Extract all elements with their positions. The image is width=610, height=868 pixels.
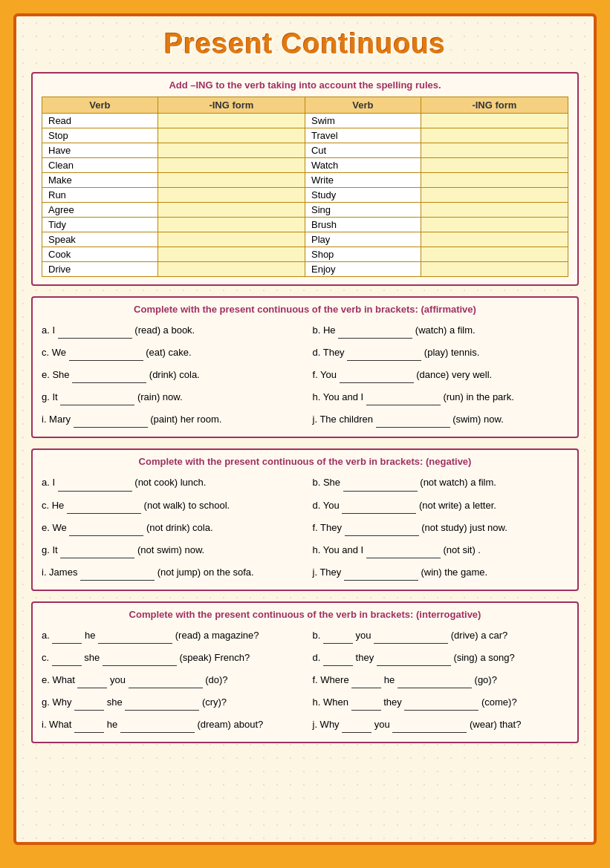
right-ing-cell[interactable] bbox=[421, 262, 568, 277]
left-ing-cell[interactable] bbox=[158, 128, 305, 143]
right-ing-cell[interactable] bbox=[421, 143, 568, 158]
blank[interactable] bbox=[374, 633, 448, 644]
blank-sm[interactable] bbox=[323, 656, 353, 666]
left-verb: Have bbox=[42, 143, 158, 158]
blank[interactable] bbox=[120, 722, 195, 733]
right-verb: Brush bbox=[305, 218, 421, 232]
list-item: a. I (read) a book. bbox=[42, 321, 298, 340]
list-item: e. We (not drink) cola. bbox=[42, 518, 298, 538]
blank-sm[interactable] bbox=[52, 633, 82, 644]
blank-sm[interactable] bbox=[52, 656, 82, 666]
list-item: b. He (watch) a film. bbox=[313, 321, 569, 340]
right-ing-cell[interactable] bbox=[421, 173, 568, 188]
blank[interactable] bbox=[342, 503, 416, 514]
blank-sm[interactable] bbox=[323, 633, 353, 644]
blank[interactable] bbox=[58, 328, 132, 339]
blank-sm[interactable] bbox=[342, 722, 371, 733]
blank[interactable] bbox=[103, 656, 177, 666]
right-ing-cell[interactable] bbox=[421, 114, 568, 128]
blank[interactable] bbox=[338, 328, 412, 339]
blank[interactable] bbox=[80, 570, 155, 581]
blank[interactable] bbox=[347, 350, 421, 361]
right-verb: Enjoy bbox=[305, 262, 421, 277]
right-ing-cell[interactable] bbox=[421, 247, 568, 262]
page-title: Present Continuous bbox=[31, 28, 579, 60]
list-item: f. They (not study) just now. bbox=[313, 518, 569, 538]
table-row: Agree Sing bbox=[42, 203, 568, 218]
blank[interactable] bbox=[69, 350, 143, 361]
table-row: Stop Travel bbox=[42, 128, 568, 143]
blank[interactable] bbox=[376, 417, 450, 428]
blank[interactable] bbox=[58, 481, 132, 492]
table-row: Speak Play bbox=[42, 232, 568, 247]
table-row: Drive Enjoy bbox=[42, 262, 568, 277]
left-ing-cell[interactable] bbox=[158, 262, 305, 277]
right-verb: Swim bbox=[305, 114, 421, 128]
list-item: i. What he (dream) about? bbox=[42, 715, 298, 734]
list-item: h. When they (come)? bbox=[313, 693, 569, 712]
right-ing-cell[interactable] bbox=[421, 158, 568, 173]
section4-title: Complete with the present continuous of … bbox=[42, 609, 568, 620]
right-verb: Write bbox=[305, 173, 421, 188]
blank[interactable] bbox=[60, 548, 134, 558]
list-item: i. James (not jump) on the sofa. bbox=[42, 563, 298, 582]
list-item: a. he (read) a magazine? bbox=[42, 626, 298, 645]
left-ing-cell[interactable] bbox=[158, 173, 305, 188]
blank[interactable] bbox=[366, 548, 441, 558]
blank[interactable] bbox=[60, 395, 134, 405]
right-verb: Shop bbox=[305, 247, 421, 262]
right-verb: Study bbox=[305, 188, 421, 203]
blank[interactable] bbox=[129, 678, 203, 688]
blank-sm[interactable] bbox=[77, 678, 107, 688]
blank[interactable] bbox=[392, 722, 467, 733]
blank[interactable] bbox=[377, 656, 451, 666]
section-interrogative: Complete with the present continuous of … bbox=[31, 601, 579, 743]
left-ing-cell[interactable] bbox=[158, 114, 305, 128]
list-item: e. What you (do)? bbox=[42, 670, 298, 690]
right-ing-cell[interactable] bbox=[421, 128, 568, 143]
right-ing-cell[interactable] bbox=[421, 232, 568, 247]
blank[interactable] bbox=[343, 481, 418, 492]
blank[interactable] bbox=[340, 373, 414, 383]
right-ing-cell[interactable] bbox=[421, 203, 568, 218]
list-item: h. You and I (run) in the park. bbox=[313, 388, 569, 407]
blank[interactable] bbox=[74, 417, 148, 428]
blank[interactable] bbox=[125, 700, 199, 711]
blank-sm[interactable] bbox=[74, 722, 104, 733]
blank-sm[interactable] bbox=[351, 700, 381, 711]
table-row: Have Cut bbox=[42, 143, 568, 158]
right-ing-cell[interactable] bbox=[421, 218, 568, 232]
page-container: Present Continuous Add –ING to the verb … bbox=[13, 13, 597, 845]
blank[interactable] bbox=[366, 395, 441, 405]
left-verb: Make bbox=[42, 173, 158, 188]
blank[interactable] bbox=[344, 570, 418, 581]
blank[interactable] bbox=[398, 678, 472, 688]
left-ing-cell[interactable] bbox=[158, 232, 305, 247]
list-item: f. You (dance) very well. bbox=[313, 365, 569, 385]
blank-sm[interactable] bbox=[74, 700, 104, 711]
blank-sm[interactable] bbox=[351, 678, 381, 688]
list-item: b. you (drive) a car? bbox=[313, 626, 569, 645]
table-row: Tidy Brush bbox=[42, 218, 568, 232]
list-item: e. She (drink) cola. bbox=[42, 365, 298, 385]
left-verb: Stop bbox=[42, 128, 158, 143]
left-ing-cell[interactable] bbox=[158, 188, 305, 203]
blank[interactable] bbox=[72, 373, 146, 383]
section-affirmative: Complete with the present continuous of … bbox=[31, 296, 579, 438]
blank[interactable] bbox=[345, 526, 419, 536]
left-ing-cell[interactable] bbox=[158, 203, 305, 218]
left-ing-cell[interactable] bbox=[158, 158, 305, 173]
list-item: f. Where he (go)? bbox=[313, 670, 569, 690]
table-row: Cook Shop bbox=[42, 247, 568, 262]
left-ing-cell[interactable] bbox=[158, 143, 305, 158]
left-ing-cell[interactable] bbox=[158, 218, 305, 232]
left-verb: Agree bbox=[42, 203, 158, 218]
right-ing-cell[interactable] bbox=[421, 188, 568, 203]
list-item: i. Mary (paint) her room. bbox=[42, 410, 298, 429]
blank[interactable] bbox=[98, 633, 172, 644]
blank[interactable] bbox=[404, 700, 478, 711]
left-ing-cell[interactable] bbox=[158, 247, 305, 262]
right-verb: Watch bbox=[305, 158, 421, 173]
blank[interactable] bbox=[69, 526, 143, 536]
blank[interactable] bbox=[67, 503, 141, 514]
